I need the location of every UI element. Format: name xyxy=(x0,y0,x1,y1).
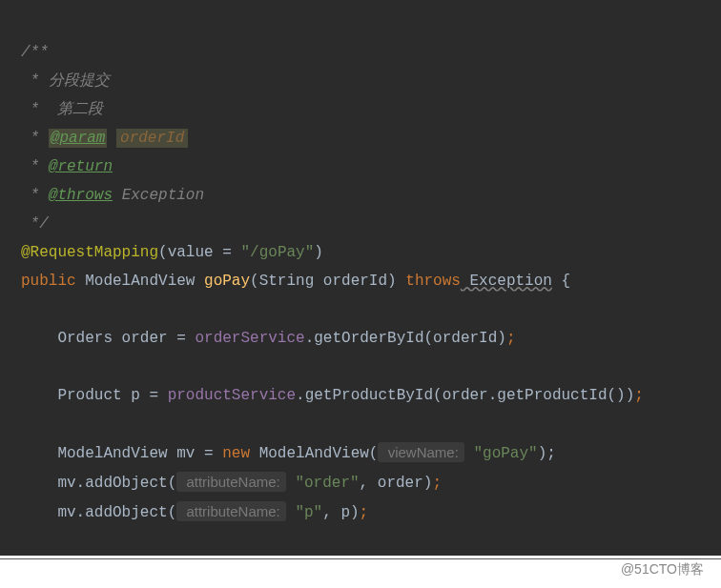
l2-prefix: Product p = xyxy=(21,387,168,404)
exception: Exception xyxy=(461,273,552,290)
bottom-strip xyxy=(0,556,721,588)
watermark: @51CTO博客 xyxy=(621,561,704,578)
l2-svc: productService xyxy=(168,387,296,404)
javadoc-close: */ xyxy=(21,215,49,233)
bottom-divider xyxy=(0,558,721,559)
l3-ctor: ModelAndView( xyxy=(250,445,378,462)
kw-new: new xyxy=(222,445,250,462)
throws-text: Exception xyxy=(113,187,204,204)
l4-semi: ; xyxy=(432,475,442,492)
code-editor[interactable]: /** * 分段提交 * 第二段 * @param orderId * @ret… xyxy=(0,0,721,584)
javadoc-star-r: * xyxy=(21,158,49,175)
return-tag: @return xyxy=(49,158,113,175)
javadoc-open: /** xyxy=(21,44,49,61)
javadoc-line1: * 分段提交 xyxy=(21,72,110,90)
brace-open: { xyxy=(552,273,570,290)
l4-prefix: mv.addObject( xyxy=(21,475,176,492)
anno-attr: value xyxy=(168,244,214,261)
anno-eq: = xyxy=(214,244,241,261)
l1-svc: orderService xyxy=(195,330,304,347)
l3-str: "goPay" xyxy=(464,445,538,462)
l1-semi: ; xyxy=(506,330,516,347)
l5-prefix: mv.addObject( xyxy=(21,504,176,521)
annotation-name: @RequestMapping xyxy=(21,244,158,261)
hint-viewname: viewName: xyxy=(378,442,464,462)
javadoc-star-p: * xyxy=(21,130,49,147)
l3-prefix: ModelAndView mv = xyxy=(21,445,222,462)
hint-attr2: attributeName: xyxy=(176,501,286,521)
anno-close: ) xyxy=(314,244,323,261)
throws-tag: @throws xyxy=(49,187,113,204)
l3-close: ); xyxy=(538,445,556,462)
javadoc-star-t: * xyxy=(21,187,49,204)
l5-rest: , p) xyxy=(322,504,359,521)
param-name: orderId xyxy=(116,129,188,148)
rettype: ModelAndView xyxy=(76,273,204,290)
l4-str: "order" xyxy=(286,475,360,492)
l1-call: .getOrderById(orderId) xyxy=(305,330,506,347)
hint-attr1: attributeName: xyxy=(176,472,286,492)
l5-str: "p" xyxy=(286,504,322,521)
anno-val: "/goPay" xyxy=(240,244,314,261)
params: (String orderId) xyxy=(250,273,405,290)
l2-call: .getProductById(order.getProductId()) xyxy=(296,387,634,404)
l5-semi: ; xyxy=(360,504,369,521)
kw-public: public xyxy=(21,273,76,290)
l1-prefix: Orders order = xyxy=(21,330,195,347)
anno-open: ( xyxy=(158,244,168,261)
l2-semi: ; xyxy=(634,387,644,404)
javadoc-line2: * 第二段 xyxy=(21,101,103,118)
param-tag: @param xyxy=(49,129,108,148)
method-name: goPay xyxy=(204,273,250,290)
kw-throws: throws xyxy=(405,273,461,290)
l4-rest: , order) xyxy=(360,475,433,492)
